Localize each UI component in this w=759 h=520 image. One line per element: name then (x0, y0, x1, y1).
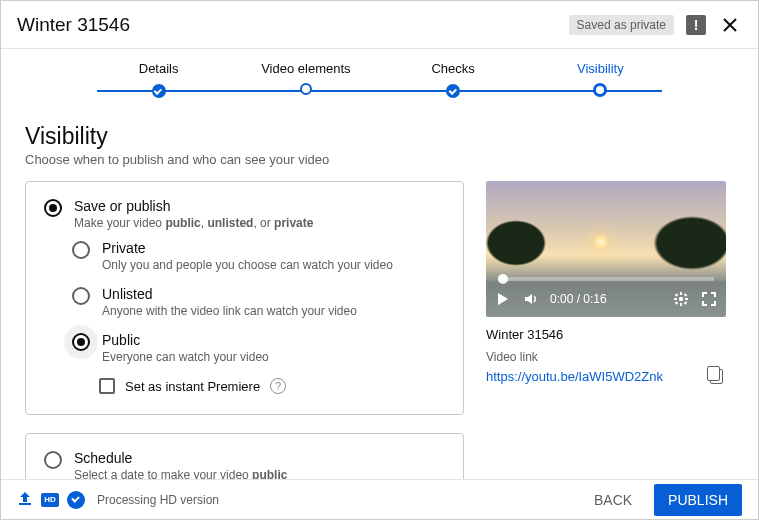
svg-rect-9 (19, 503, 31, 505)
save-or-publish-desc: Make your video public, unlisted, or pri… (74, 216, 313, 230)
video-link-url[interactable]: https://youtu.be/IaWI5WD2Znk (486, 369, 663, 384)
public-label: Public (102, 332, 269, 348)
instant-premiere-label: Set as instant Premiere (125, 379, 260, 394)
save-or-publish-box: Save or publish Make your video public, … (25, 181, 464, 415)
private-label: Private (102, 240, 393, 256)
schedule-desc: Select a date to make your video public (74, 468, 287, 479)
processing-status: Processing HD version (97, 493, 219, 507)
radio-schedule[interactable] (44, 451, 62, 469)
svg-point-0 (679, 297, 683, 301)
dialog-footer: HD Processing HD version BACK PUBLISH (1, 479, 758, 519)
step-checks[interactable]: Checks (380, 61, 527, 84)
volume-icon[interactable] (522, 290, 540, 308)
back-button[interactable]: BACK (582, 484, 644, 516)
svg-rect-2 (680, 303, 682, 306)
schedule-box: Schedule Select a date to make your vide… (25, 433, 464, 479)
check-circle-icon (67, 491, 85, 509)
radio-save-or-publish[interactable] (44, 199, 62, 217)
preview-video-title: Winter 31546 (486, 327, 726, 342)
step-dot-checks (446, 84, 460, 98)
radio-private[interactable] (72, 241, 90, 259)
radio-unlisted[interactable] (72, 287, 90, 305)
schedule-label: Schedule (74, 450, 287, 466)
play-icon[interactable] (494, 290, 512, 308)
dialog-header: Winter 31546 Saved as private ! (1, 1, 758, 49)
checkbox-instant-premiere[interactable] (99, 378, 115, 394)
svg-rect-6 (684, 301, 688, 305)
unlisted-desc: Anyone with the video link can watch you… (102, 304, 357, 318)
unlisted-label: Unlisted (102, 286, 357, 302)
feedback-icon[interactable]: ! (684, 13, 708, 37)
step-details[interactable]: Details (85, 61, 232, 84)
publish-button[interactable]: PUBLISH (654, 484, 742, 516)
radio-public[interactable] (72, 333, 90, 351)
svg-rect-3 (674, 298, 677, 300)
time-display: 0:00 / 0:16 (550, 292, 607, 306)
upload-icon (17, 490, 33, 510)
settings-gear-icon[interactable] (672, 290, 690, 308)
svg-rect-8 (675, 301, 679, 305)
stepper: Details Video elements Checks Visibility (1, 49, 758, 98)
svg-rect-4 (685, 298, 688, 300)
svg-rect-5 (675, 293, 679, 297)
svg-rect-1 (680, 292, 682, 295)
save-or-publish-label: Save or publish (74, 198, 313, 214)
step-dot-visibility (593, 83, 607, 97)
svg-rect-7 (684, 293, 688, 297)
step-visibility[interactable]: Visibility (527, 61, 674, 84)
step-dot-details (152, 84, 166, 98)
video-preview[interactable]: 0:00 / 0:16 (486, 181, 726, 317)
private-desc: Only you and people you choose can watch… (102, 258, 393, 272)
video-title: Winter 31546 (17, 14, 130, 36)
help-icon[interactable]: ? (270, 378, 286, 394)
public-desc: Everyone can watch your video (102, 350, 269, 364)
hd-badge: HD (41, 493, 59, 507)
close-icon[interactable] (718, 13, 742, 37)
page-subtitle: Choose when to publish and who can see y… (25, 152, 726, 167)
saved-status-badge: Saved as private (569, 15, 674, 35)
video-link-label: Video link (486, 350, 726, 364)
step-video-elements[interactable]: Video elements (232, 61, 379, 84)
copy-icon[interactable] (704, 365, 726, 387)
fullscreen-icon[interactable] (700, 290, 718, 308)
step-dot-video-elements (300, 83, 312, 95)
page-title: Visibility (25, 123, 726, 150)
